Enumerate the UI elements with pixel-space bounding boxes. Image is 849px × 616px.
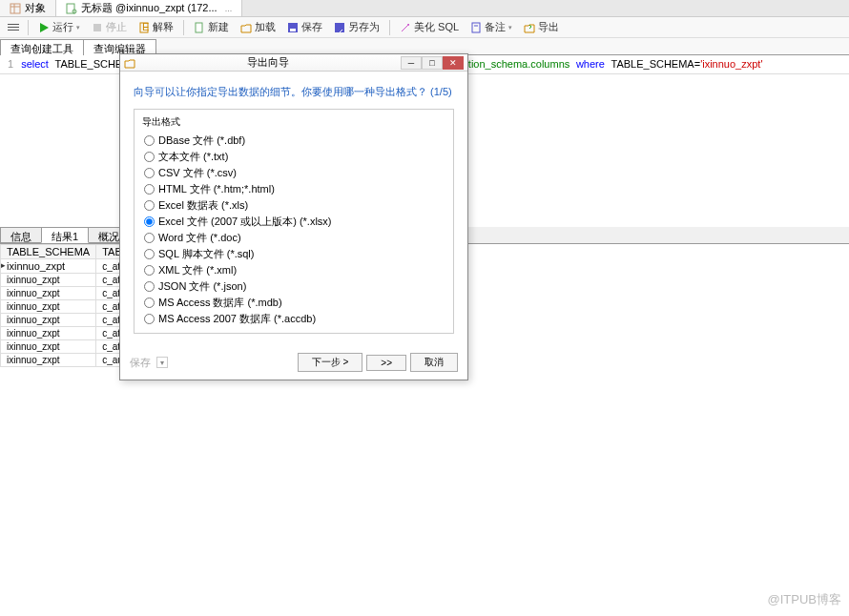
option-html[interactable]: HTML 文件 (*.htm;*.html): [135, 181, 453, 197]
option-xlsx[interactable]: Excel 文件 (2007 或以上版本) (*.xlsx): [135, 214, 453, 230]
wizard-prompt: 向导可以让你指定导出数据的细节。你要使用哪一种导出格式？ (1/5): [120, 72, 467, 109]
wizard-icon: [124, 57, 135, 69]
new-icon: [194, 22, 205, 33]
dialog-footer: 保存 ▾ 下一步 > >> 取消: [120, 347, 467, 380]
watermark: @ITPUB博客: [768, 591, 841, 608]
next-button[interactable]: 下一步 >: [298, 353, 363, 372]
stop-icon: [92, 22, 103, 33]
svg-point-13: [407, 24, 409, 26]
option-mdb[interactable]: MS Access 数据库 (*.mdb): [135, 295, 453, 311]
hamburger-menu-button[interactable]: [4, 19, 23, 36]
svg-rect-9: [196, 23, 202, 32]
svg-rect-11: [290, 29, 296, 31]
toolbar: 运行▾ 停止 E解释 新建 加载 保存 另存为 美化 SQL 备注▾ 导出: [0, 17, 849, 38]
svg-rect-3: [67, 4, 74, 13]
save-button[interactable]: 保存: [282, 18, 327, 36]
tab-label: 无标题 @ixinnuo_zxpt (172...: [81, 1, 217, 15]
option-doc[interactable]: Word 文件 (*.doc): [135, 230, 453, 246]
svg-rect-0: [10, 4, 20, 13]
tab-query-builder[interactable]: 查询创建工具: [0, 39, 84, 55]
play-icon: [38, 22, 50, 33]
option-dbf[interactable]: DBase 文件 (*.dbf): [135, 133, 453, 149]
option-json[interactable]: JSON 文件 (*.json): [135, 278, 453, 295]
option-accdb[interactable]: MS Access 2007 数据库 (*.accdb): [135, 311, 453, 327]
chevron-down-icon: ▾: [156, 357, 168, 368]
minimize-button[interactable]: ─: [401, 56, 422, 70]
col-header[interactable]: TABLE_SCHEMA: [1, 245, 96, 259]
dialog-title: 导出向导: [135, 55, 401, 70]
svg-marker-5: [40, 23, 49, 32]
dialog-titlebar[interactable]: 导出向导 ─ □ ✕: [120, 54, 467, 72]
option-txt[interactable]: 文本文件 (*.txt): [135, 149, 453, 165]
svg-rect-12: [335, 23, 344, 32]
divider: [28, 20, 29, 35]
close-icon[interactable]: ...: [225, 4, 233, 13]
export-button[interactable]: 导出: [519, 18, 564, 36]
stop-button[interactable]: 停止: [87, 18, 132, 36]
maximize-button[interactable]: □: [422, 56, 443, 70]
new-button[interactable]: 新建: [189, 18, 234, 36]
tab-query[interactable]: 无标题 @ixinnuo_zxpt (172... ...: [56, 0, 242, 16]
notes-icon: [470, 22, 482, 33]
tab-objects[interactable]: 对象: [0, 0, 56, 16]
svg-rect-14: [472, 23, 480, 32]
svg-rect-6: [93, 24, 101, 31]
option-sql[interactable]: SQL 脚本文件 (*.sql): [135, 246, 453, 262]
save-icon: [287, 22, 299, 33]
group-label: 导出格式: [135, 112, 453, 133]
query-icon: [66, 3, 77, 14]
export-format-group: 导出格式 DBase 文件 (*.dbf) 文本文件 (*.txt) CSV 文…: [134, 109, 454, 334]
table-icon: [10, 3, 21, 14]
close-button[interactable]: ✕: [443, 56, 464, 70]
divider: [183, 20, 184, 35]
explain-button[interactable]: E解释: [134, 18, 178, 36]
load-button[interactable]: 加载: [236, 18, 280, 36]
divider: [389, 20, 390, 35]
wand-icon: [400, 22, 411, 33]
window-tabs: 对象 无标题 @ixinnuo_zxpt (172... ...: [0, 0, 849, 17]
option-xml[interactable]: XML 文件 (*.xml): [135, 262, 453, 278]
save-as-button[interactable]: 另存为: [329, 18, 384, 36]
tab-label: 对象: [25, 1, 46, 15]
save-as-icon: [334, 22, 345, 33]
beautify-button[interactable]: 美化 SQL: [395, 18, 464, 36]
export-icon: [524, 22, 535, 33]
svg-text:E: E: [142, 22, 149, 32]
notes-button[interactable]: 备注▾: [466, 18, 517, 36]
tab-info[interactable]: 信息: [0, 227, 42, 243]
skip-button[interactable]: >>: [366, 355, 406, 371]
option-csv[interactable]: CSV 文件 (*.csv): [135, 165, 453, 181]
option-xls[interactable]: Excel 数据表 (*.xls): [135, 197, 453, 214]
cancel-button[interactable]: 取消: [410, 353, 458, 372]
explain-icon: E: [138, 22, 150, 33]
tab-result1[interactable]: 结果1: [41, 227, 89, 243]
save-profile-dropdown[interactable]: 保存 ▾: [130, 356, 168, 370]
load-icon: [240, 22, 252, 33]
run-button[interactable]: 运行▾: [33, 18, 85, 36]
export-wizard-dialog: 导出向导 ─ □ ✕ 向导可以让你指定导出数据的细节。你要使用哪一种导出格式？ …: [119, 53, 468, 380]
